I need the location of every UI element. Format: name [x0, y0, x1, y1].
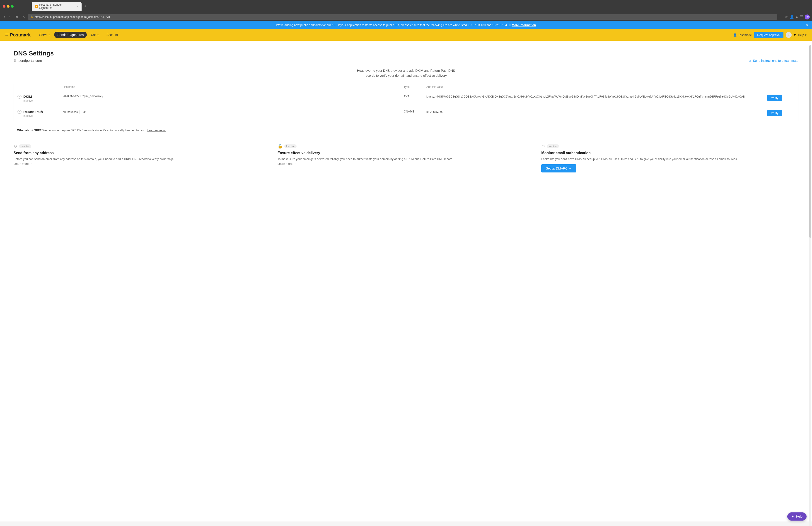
- request-approval-button[interactable]: Request approval: [754, 32, 783, 38]
- feature-cards: ⚙ Inactive Send from any address Before …: [14, 144, 798, 172]
- back-button[interactable]: ‹: [2, 14, 6, 20]
- browser-titlebar: P Postmark | Sender Signatures × +: [0, 0, 812, 13]
- bookmarks-icon[interactable]: ☆: [785, 15, 788, 19]
- monitor-feature-icon: ⚙: [541, 144, 545, 149]
- user-avatar[interactable]: ?: [786, 32, 792, 38]
- spf-label: What about SPF?: [17, 129, 42, 132]
- test-mode-indicator: 👤 Test mode: [733, 33, 752, 37]
- url-display: https://account.postmarkapp.com/signatur…: [35, 15, 110, 18]
- feature-card-monitor: ⚙ Inactive Monitor email authentication …: [541, 144, 798, 172]
- spf-notice: What about SPF? We no longer require SPF…: [14, 126, 798, 135]
- dns-table: Hostname Type Add this value ✕ DKIM Inac…: [14, 83, 798, 121]
- browser-chrome: P Postmark | Sender Signatures × + ‹ › ↻…: [0, 0, 812, 21]
- forward-button[interactable]: ›: [8, 14, 12, 20]
- notification-banner: We're adding new public endpoints for ou…: [0, 21, 812, 29]
- banner-close-button[interactable]: ×: [806, 22, 808, 27]
- help-widget-label: Help: [796, 515, 802, 518]
- tab-favicon-icon: P: [35, 5, 38, 8]
- nav-users[interactable]: Users: [88, 32, 102, 38]
- add-value-header: Add this value: [426, 85, 767, 89]
- dkim-record-name-cell: ✕ DKIM Inactive: [17, 95, 63, 102]
- help-label: Help: [798, 33, 804, 37]
- menu-icon[interactable]: ☰: [800, 15, 803, 19]
- logo-lines-icon: [5, 34, 9, 36]
- nav-right: 👤 Test mode Request approval ? ▾ Help ▾: [733, 32, 807, 38]
- return-path-table-row: ✕ Return-Path Inactive pm-bounces Edit C…: [14, 106, 798, 121]
- delivery-learn-more-link[interactable]: Learn more →: [277, 162, 296, 165]
- dns-header: DNS Settings ⚙ sendportal.com Send instr…: [14, 50, 798, 63]
- dns-domain: ⚙ sendportal.com: [14, 58, 42, 63]
- nav-servers[interactable]: Servers: [36, 32, 53, 38]
- feature-card-send-header: ⚙ Inactive: [14, 144, 271, 149]
- profile-icon[interactable]: 👤: [789, 15, 794, 19]
- send-feature-icon: ⚙: [14, 144, 17, 149]
- monitor-feature-title: Monitor email authentication: [541, 151, 798, 155]
- logo-text: Postmark: [10, 32, 31, 37]
- dkim-status-icon: ✕: [17, 95, 21, 99]
- return-path-type: CNAME: [404, 110, 426, 113]
- nav-sender-signatures[interactable]: Sender Signatures: [54, 32, 87, 38]
- send-inactive-badge: Inactive: [19, 145, 31, 148]
- help-button[interactable]: Help ▾: [798, 33, 807, 37]
- dns-settings-title: DNS Settings: [14, 50, 798, 57]
- return-path-record-name: ✕ Return-Path: [17, 110, 63, 114]
- dkim-verify-cell: Verify: [767, 95, 795, 101]
- nav-account[interactable]: Account: [103, 32, 121, 38]
- dkim-inactive-label: Inactive: [23, 99, 63, 102]
- type-header: Type: [404, 85, 426, 89]
- delivery-feature-icon: 🔒: [277, 144, 282, 149]
- dkim-value: k=rsa;p=MIGfMA0GCSqGSIb3DQEBAQUAA4GNADCB…: [426, 95, 767, 99]
- return-path-status-icon: ✕: [17, 110, 21, 114]
- monitor-inactive-badge: Inactive: [547, 145, 559, 148]
- extensions-icon[interactable]: ⋯: [779, 15, 783, 19]
- help-chevron-icon: ▾: [805, 33, 807, 37]
- feature-card-send: ⚙ Inactive Send from any address Before …: [14, 144, 271, 172]
- home-button[interactable]: ⌂: [21, 14, 26, 20]
- setup-dmarc-button[interactable]: Set up DMARC →: [541, 164, 576, 172]
- refresh-button[interactable]: ↻: [14, 14, 19, 20]
- spf-text: We no longer require SPF DNS records sin…: [42, 129, 146, 132]
- return-path-verify-button[interactable]: Verify: [767, 110, 782, 116]
- send-instructions-link[interactable]: Send instructions to a teammate: [749, 59, 798, 62]
- return-path-hostname: pm-bounces Edit: [63, 110, 404, 114]
- delivery-feature-desc: To make sure your email gets delivered r…: [277, 157, 535, 162]
- send-feature-desc: Before you can send an email from any ad…: [14, 157, 271, 162]
- return-path-link[interactable]: Return-Path: [430, 69, 447, 72]
- main-content: DNS Settings ⚙ sendportal.com Send instr…: [0, 41, 812, 522]
- minimize-window-button[interactable]: [7, 5, 10, 8]
- scrollbar[interactable]: [809, 45, 811, 522]
- send-learn-more-link[interactable]: Learn more →: [14, 162, 32, 165]
- dkim-type: TXT: [404, 95, 426, 98]
- maximize-window-button[interactable]: [11, 5, 14, 8]
- dns-description: Head over to your DNS provider and add D…: [14, 68, 798, 78]
- postmark-logo[interactable]: Postmark: [5, 32, 31, 37]
- feature-card-delivery-header: 🔒 Inactive: [277, 144, 535, 149]
- help-widget[interactable]: ✦ Help: [787, 512, 807, 521]
- dkim-table-row: ✕ DKIM Inactive 20200325122132pm._domain…: [14, 91, 798, 106]
- dns-desc-line2: records to verify your domain and ensure…: [364, 74, 447, 77]
- dns-desc-line1: Head over to your DNS provider and add D…: [357, 69, 455, 72]
- delivery-feature-title: Ensure effective delivery: [277, 151, 535, 155]
- feature-card-monitor-header: ⚙ Inactive: [541, 144, 798, 149]
- dkim-verify-button[interactable]: Verify: [767, 95, 782, 101]
- banner-more-info-link[interactable]: More Information: [512, 23, 536, 27]
- return-path-edit-button[interactable]: Edit: [79, 110, 88, 114]
- dkim-link[interactable]: DKIM: [415, 69, 423, 72]
- lock-icon: 🔒: [30, 15, 33, 18]
- hostname-header: Hostname: [63, 85, 404, 89]
- tab-title: Postmark | Sender Signatures: [39, 3, 74, 10]
- avatar-chevron-icon[interactable]: ▾: [794, 33, 796, 37]
- monitor-feature-desc: Looks like you don't have DMARC set up y…: [541, 157, 798, 162]
- banner-text: We're adding new public endpoints for ou…: [276, 23, 511, 27]
- delivery-inactive-badge: Inactive: [284, 145, 296, 148]
- extension-pm-icon: PM: [805, 14, 810, 19]
- address-bar[interactable]: 🔒 https://account.postmarkapp.com/signat…: [28, 14, 777, 20]
- more-tools-icon[interactable]: »: [796, 15, 798, 19]
- scrollbar-thumb[interactable]: [809, 45, 811, 238]
- active-tab[interactable]: P Postmark | Sender Signatures ×: [32, 2, 82, 11]
- nav-items: Servers Sender Signatures Users Account: [36, 32, 733, 38]
- spf-learn-more-link[interactable]: Learn more →: [147, 129, 165, 132]
- new-tab-button[interactable]: +: [83, 3, 88, 9]
- tab-close-button[interactable]: ×: [77, 5, 78, 8]
- close-window-button[interactable]: [3, 5, 5, 8]
